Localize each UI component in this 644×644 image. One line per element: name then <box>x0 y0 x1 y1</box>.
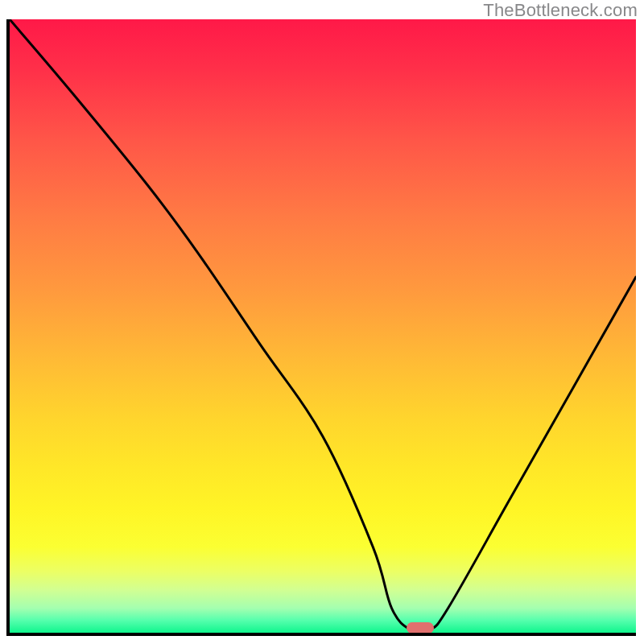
plot-area <box>6 19 636 636</box>
optimal-point-marker <box>407 622 434 634</box>
bottleneck-chart: TheBottleneck.com <box>0 0 644 644</box>
watermark-text: TheBottleneck.com <box>483 0 638 21</box>
curve-layer <box>10 19 636 633</box>
bottleneck-curve-line <box>10 19 636 633</box>
